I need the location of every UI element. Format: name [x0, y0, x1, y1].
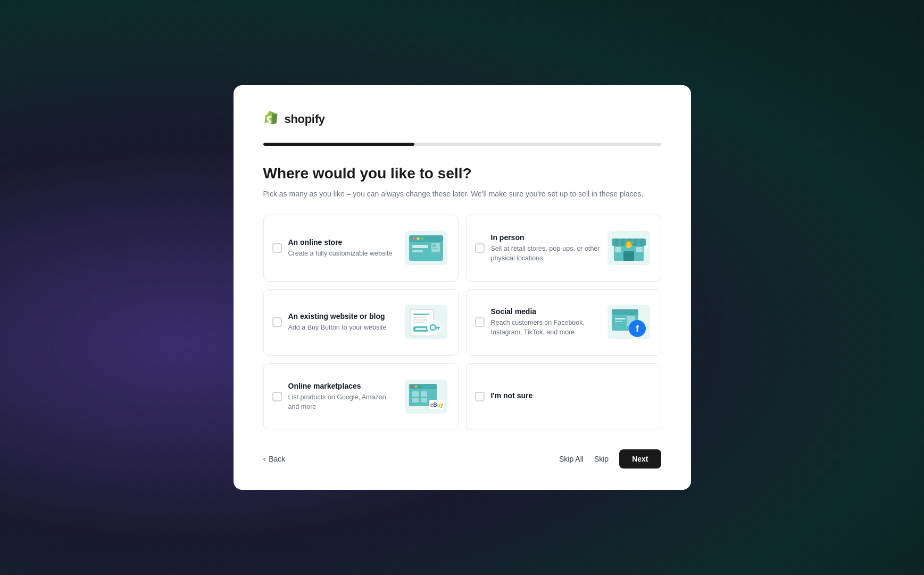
progress-bar-fill [263, 143, 414, 146]
footer-right: Skip All Skip Next [559, 449, 661, 469]
svg-point-4 [417, 237, 419, 240]
option-online-store[interactable]: An online store Create a fully customiza… [263, 215, 459, 282]
svg-rect-30 [415, 328, 426, 330]
svg-rect-20 [615, 247, 621, 252]
svg-rect-28 [413, 322, 424, 323]
svg-rect-38 [612, 309, 638, 315]
svg-rect-51 [421, 391, 427, 397]
main-modal: shopify Where would you like to sell? Pi… [234, 85, 691, 490]
option-in-person[interactable]: In person Sell at retail stores, pop-ups… [466, 215, 661, 282]
svg-rect-7 [412, 250, 423, 252]
svg-text:f: f [636, 323, 639, 334]
checkbox-in-person[interactable] [475, 243, 485, 253]
svg-rect-15 [621, 239, 625, 246]
back-button[interactable]: ‹ Back [263, 455, 286, 463]
option-not-sure[interactable]: I'm not sure [466, 363, 661, 430]
svg-rect-19 [623, 251, 634, 261]
skip-button[interactable]: Skip [594, 455, 609, 463]
svg-point-5 [421, 237, 423, 240]
page-subtitle: Pick as many as you like – you can alway… [263, 188, 661, 200]
checkbox-online-marketplaces[interactable] [272, 392, 282, 401]
svg-point-48 [415, 385, 417, 388]
back-label: Back [269, 455, 285, 463]
svg-rect-52 [412, 398, 419, 402]
option-title-in-person: In person [491, 233, 601, 242]
option-image-existing-website [405, 305, 447, 339]
svg-point-49 [419, 385, 421, 388]
checkbox-online-store[interactable] [272, 243, 282, 253]
option-image-social-media: f [607, 305, 650, 339]
option-desc-existing-website: Add a Buy Button to your website [288, 323, 398, 332]
back-chevron-icon: ‹ [263, 455, 266, 463]
option-image-online-store [405, 231, 447, 265]
svg-rect-39 [615, 318, 626, 319]
option-image-online-marketplaces: eBay [405, 380, 447, 414]
svg-rect-8 [431, 243, 440, 252]
option-title-online-store: An online store [288, 238, 398, 247]
next-button[interactable]: Next [619, 449, 661, 469]
svg-rect-17 [634, 239, 637, 246]
shopify-wordmark: shopify [285, 112, 325, 126]
checkbox-existing-website[interactable] [272, 317, 282, 327]
svg-rect-14 [615, 239, 618, 246]
svg-rect-50 [412, 391, 419, 397]
option-title-not-sure: I'm not sure [491, 391, 533, 400]
svg-rect-53 [421, 398, 427, 402]
svg-rect-26 [413, 317, 426, 318]
svg-rect-25 [413, 314, 429, 315]
svg-point-47 [411, 385, 413, 388]
svg-rect-6 [412, 245, 428, 248]
option-desc-social-media: Reach customers on Facebook, Instagram, … [491, 318, 601, 337]
shopify-logo-icon [263, 111, 280, 128]
option-desc-online-marketplaces: List products on Google, Amazon, and mor… [288, 392, 398, 412]
option-title-social-media: Social media [491, 307, 601, 316]
svg-rect-21 [636, 247, 643, 252]
footer: ‹ Back Skip All Skip Next [263, 449, 661, 469]
progress-bar [263, 143, 661, 146]
logo-row: shopify [263, 111, 661, 128]
svg-rect-27 [413, 319, 428, 321]
options-grid: An online store Create a fully customiza… [263, 215, 661, 430]
svg-point-3 [412, 237, 415, 240]
checkbox-social-media[interactable] [475, 317, 485, 327]
svg-rect-40 [615, 321, 622, 322]
page-title: Where would you like to sell? [263, 165, 661, 182]
checkbox-not-sure[interactable] [475, 392, 485, 401]
option-image-in-person [607, 231, 650, 265]
option-social-media[interactable]: Social media Reach customers on Facebook… [466, 289, 661, 356]
skip-all-button[interactable]: Skip All [559, 455, 584, 463]
option-existing-website[interactable]: An existing website or blog Add a Buy Bu… [263, 289, 459, 356]
option-title-existing-website: An existing website or blog [288, 312, 398, 321]
svg-rect-9 [432, 244, 436, 247]
option-online-marketplaces[interactable]: Online marketplaces List products on Goo… [263, 363, 459, 430]
svg-text:eBay: eBay [430, 402, 443, 408]
svg-rect-18 [640, 239, 644, 246]
option-title-online-marketplaces: Online marketplaces [288, 382, 398, 390]
svg-rect-10 [432, 248, 438, 249]
option-desc-in-person: Sell at retail stores, pop-ups, or other… [491, 244, 601, 263]
option-desc-online-store: Create a fully customizable website [288, 249, 398, 258]
